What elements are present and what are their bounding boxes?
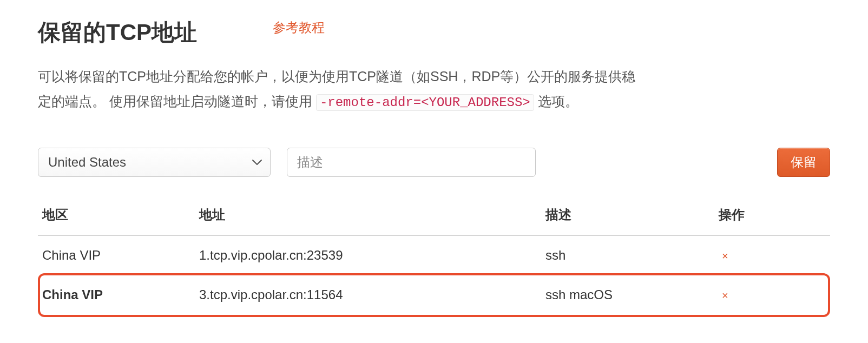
description-text: 可以将保留的TCP地址分配给您的帐户，以便为使用TCP隧道（如SSH，RDP等）… — [38, 64, 644, 115]
reserve-button[interactable]: 保留 — [777, 148, 830, 177]
col-header-region: 地区 — [38, 199, 195, 236]
col-header-action: 操作 — [714, 199, 830, 236]
page-title: 保留的TCP地址 — [38, 17, 197, 48]
cell-description: ssh macOS — [541, 275, 714, 315]
cell-region: China VIP — [38, 275, 195, 315]
table-header-row: 地区 地址 描述 操作 — [38, 199, 830, 236]
region-select-wrap: United States — [38, 148, 271, 177]
cell-action: × — [714, 275, 830, 315]
table-row: China VIP1.tcp.vip.cpolar.cn:23539ssh× — [38, 235, 830, 275]
region-select[interactable]: United States — [38, 148, 271, 177]
table-wrap: 地区 地址 描述 操作 China VIP1.tcp.vip.cpolar.cn… — [38, 199, 830, 315]
header-row: 保留的TCP地址 参考教程 — [38, 17, 830, 48]
page-container: 保留的TCP地址 参考教程 可以将保留的TCP地址分配给您的帐户，以便为使用TC… — [0, 0, 868, 337]
description-input[interactable] — [287, 148, 536, 177]
tutorial-link[interactable]: 参考教程 — [273, 19, 325, 36]
table-row: China VIP3.tcp.vip.cpolar.cn:11564ssh ma… — [38, 275, 830, 315]
description-part2: 选项。 — [534, 94, 578, 109]
description-code: -remote-addr=<YOUR_ADDRESS> — [316, 94, 534, 111]
delete-button[interactable]: × — [719, 249, 732, 263]
cell-description: ssh — [541, 235, 714, 275]
cell-address: 1.tcp.vip.cpolar.cn:23539 — [195, 235, 541, 275]
cell-region: China VIP — [38, 235, 195, 275]
cell-address: 3.tcp.vip.cpolar.cn:11564 — [195, 275, 541, 315]
reserved-addresses-table: 地区 地址 描述 操作 China VIP1.tcp.vip.cpolar.cn… — [38, 199, 830, 315]
delete-button[interactable]: × — [719, 288, 732, 303]
col-header-address: 地址 — [195, 199, 541, 236]
controls-row: United States 保留 — [38, 148, 830, 177]
col-header-description: 描述 — [541, 199, 714, 236]
cell-action: × — [714, 235, 830, 275]
